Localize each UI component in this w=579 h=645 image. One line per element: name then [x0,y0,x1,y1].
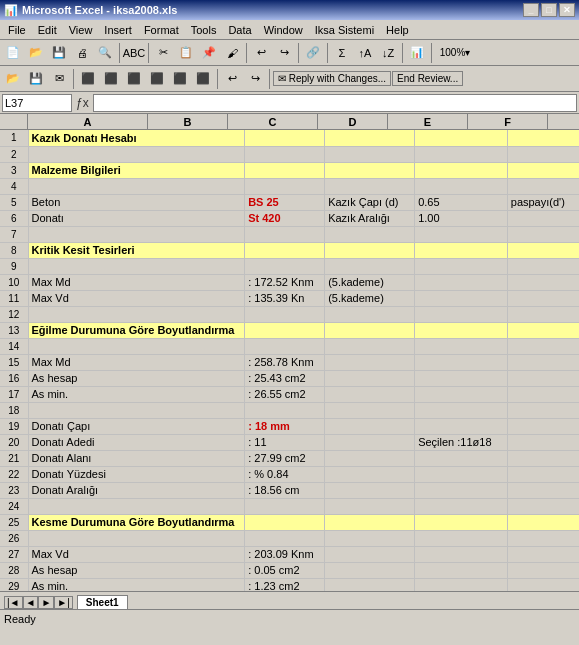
tb2-b4[interactable]: ⬛ [146,68,168,90]
cell-a15[interactable]: Max Md [28,354,245,370]
format-painter-button[interactable]: 🖌 [221,42,243,64]
cell-d2[interactable] [415,146,508,162]
cell-a23[interactable]: Donatı Aralığı [28,482,245,498]
menu-tools[interactable]: Tools [185,22,223,38]
cell-b7[interactable] [245,226,325,242]
cell-a3[interactable]: Malzeme Bilgileri [28,162,245,178]
tb2-b6[interactable]: ⬛ [192,68,214,90]
menu-iksa[interactable]: Iksa Sistemi [309,22,380,38]
sheet-nav-first[interactable]: |◄ [4,596,23,609]
cell-b26[interactable] [245,530,325,546]
cell-a2[interactable] [28,146,245,162]
cell-d14[interactable] [415,338,508,354]
cell-d27[interactable] [415,546,508,562]
cell-b15[interactable]: : 258.78 Knm [245,354,325,370]
cell-b27[interactable]: : 203.09 Knm [245,546,325,562]
cell-a27[interactable]: Max Vd [28,546,245,562]
cell-b25[interactable] [245,514,325,530]
menu-data[interactable]: Data [222,22,257,38]
cell-a14[interactable] [28,338,245,354]
cell-e27[interactable] [507,546,579,562]
menu-file[interactable]: File [2,22,32,38]
cell-d19[interactable] [415,418,508,434]
cell-a9[interactable] [28,258,245,274]
cell-e7[interactable] [507,226,579,242]
cell-b1[interactable] [245,130,325,146]
print-preview-button[interactable]: 🔍 [94,42,116,64]
cell-d17[interactable] [415,386,508,402]
cell-d25[interactable] [415,514,508,530]
cell-a18[interactable] [28,402,245,418]
menu-format[interactable]: Format [138,22,185,38]
cell-c29[interactable] [325,578,415,591]
cell-c16[interactable] [325,370,415,386]
save-button[interactable]: 💾 [48,42,70,64]
cell-b22[interactable]: : % 0.84 [245,466,325,482]
sheet-nav-prev[interactable]: ◄ [23,596,39,609]
cell-e5[interactable]: paspayı(d') [507,194,579,210]
cell-d20[interactable]: Seçilen :11ø18 [415,434,508,450]
cell-d10[interactable] [415,274,508,290]
cell-e29[interactable] [507,578,579,591]
cell-a4[interactable] [28,178,245,194]
cell-c15[interactable] [325,354,415,370]
cell-a13[interactable]: Eğilme Durumuna Göre Boyutlandırma [28,322,245,338]
sheet-nav-last[interactable]: ►| [54,596,73,609]
menu-insert[interactable]: Insert [98,22,138,38]
menu-help[interactable]: Help [380,22,415,38]
autosum-button[interactable]: Σ [331,42,353,64]
cell-c9[interactable] [325,258,415,274]
cell-d6[interactable]: 1.00 [415,210,508,226]
cell-b2[interactable] [245,146,325,162]
redo-button[interactable]: ↪ [273,42,295,64]
zoom-button[interactable]: 100%▾ [435,42,475,64]
cell-e3[interactable] [507,162,579,178]
cell-a17[interactable]: As min. [28,386,245,402]
cell-b23[interactable]: : 18.56 cm [245,482,325,498]
cell-c18[interactable] [325,402,415,418]
cell-d28[interactable] [415,562,508,578]
cell-c20[interactable] [325,434,415,450]
tb2-b2[interactable]: ⬛ [100,68,122,90]
cell-c6[interactable]: Kazık Aralığı [325,210,415,226]
cell-e22[interactable] [507,466,579,482]
menu-edit[interactable]: Edit [32,22,63,38]
cell-e4[interactable] [507,178,579,194]
paste-button[interactable]: 📌 [198,42,220,64]
cell-e17[interactable] [507,386,579,402]
cell-c28[interactable] [325,562,415,578]
cell-a25[interactable]: Kesme Durumuna Göre Boyutlandırma [28,514,245,530]
cell-d18[interactable] [415,402,508,418]
cell-c12[interactable] [325,306,415,322]
cell-e1[interactable] [507,130,579,146]
cell-c7[interactable] [325,226,415,242]
cell-d4[interactable] [415,178,508,194]
cell-e20[interactable] [507,434,579,450]
cell-e11[interactable] [507,290,579,306]
cell-b17[interactable]: : 26.55 cm2 [245,386,325,402]
cell-b29[interactable]: : 1.23 cm2 [245,578,325,591]
tb2-b3[interactable]: ⬛ [123,68,145,90]
cell-a10[interactable]: Max Md [28,274,245,290]
cell-d12[interactable] [415,306,508,322]
cell-d1[interactable] [415,130,508,146]
cell-c10[interactable]: (5.kademe) [325,274,415,290]
cell-e25[interactable] [507,514,579,530]
cell-d8[interactable] [415,242,508,258]
cell-a19[interactable]: Donatı Çapı [28,418,245,434]
cell-d13[interactable] [415,322,508,338]
cell-a28[interactable]: As hesap [28,562,245,578]
cell-e26[interactable] [507,530,579,546]
cell-e2[interactable] [507,146,579,162]
cell-b8[interactable] [245,242,325,258]
save2-button[interactable]: 💾 [25,68,47,90]
col-header-e[interactable]: E [388,114,468,129]
cell-c25[interactable] [325,514,415,530]
cell-a12[interactable] [28,306,245,322]
cell-d23[interactable] [415,482,508,498]
cell-e21[interactable] [507,450,579,466]
cell-c14[interactable] [325,338,415,354]
cell-c4[interactable] [325,178,415,194]
col-header-b[interactable]: B [148,114,228,129]
undo2-button[interactable]: ↩ [221,68,243,90]
